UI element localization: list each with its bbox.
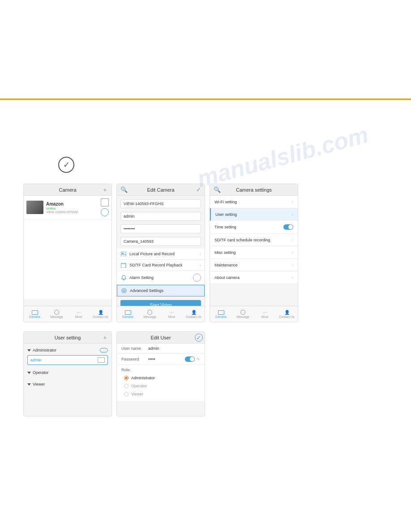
- edit-user-title: Edit User: [150, 335, 171, 340]
- maintenance-item[interactable]: Maintenance ›: [210, 259, 298, 271]
- role-label: Role:: [121, 368, 200, 372]
- edit-user-confirm-icon[interactable]: ✓: [196, 334, 201, 341]
- fullscreen-icon[interactable]: [101, 198, 109, 206]
- role-administrator[interactable]: Administrator: [121, 374, 200, 382]
- add-user-icon[interactable]: ＋: [102, 334, 108, 342]
- nav-more[interactable]: ··· More: [68, 310, 90, 318]
- admin-collapse-icon[interactable]: [27, 349, 31, 352]
- viewer-section: Viewer: [27, 378, 108, 390]
- maintenance-arrow: ›: [292, 262, 293, 267]
- nav2-more[interactable]: ··· More: [161, 310, 183, 318]
- device-id-input[interactable]: [120, 199, 201, 208]
- about-camera-item[interactable]: About camera ›: [210, 271, 298, 284]
- more3-nav-icon: ···: [263, 310, 266, 315]
- camera-action-icons: [101, 198, 109, 216]
- camera-list-item[interactable]: Amazon online VIEW-162664-DPSNM: [24, 196, 111, 219]
- advanced-settings-item[interactable]: Advanced Settings: [117, 285, 205, 296]
- operator-collapse-icon[interactable]: [27, 372, 31, 374]
- edit-camera-header: 🔍 Edit Camera ✓: [117, 184, 205, 196]
- search-icon: 🔍: [120, 186, 128, 193]
- misc-arrow: ›: [292, 250, 293, 255]
- edit-camera-screen: 🔍 Edit Camera ✓ Local Picture and Record…: [116, 184, 205, 322]
- svg-rect-0: [121, 252, 126, 256]
- viewer-collapse-icon[interactable]: [27, 383, 31, 386]
- top-border: [0, 99, 411, 100]
- password-toggle[interactable]: [185, 356, 195, 362]
- admin-user-actions: [98, 357, 105, 363]
- username-input[interactable]: [120, 212, 201, 221]
- nav2-contact[interactable]: 👤 Contact Us: [183, 310, 205, 318]
- admin-user-item[interactable]: admin: [27, 355, 108, 365]
- nav2-camera[interactable]: Camera: [117, 310, 139, 318]
- sdcard-playback-item[interactable]: SD/TF Card Record Playback ›: [117, 260, 205, 271]
- nav3-more-label: More: [261, 315, 269, 318]
- administrator-section: Administrator admin: [27, 345, 108, 367]
- about-camera-label: About camera: [214, 275, 292, 280]
- password-field: Password ••••• ✎: [117, 354, 205, 365]
- nav-message[interactable]: Message: [46, 310, 68, 318]
- admin-user-name: admin: [30, 358, 42, 362]
- svg-point-5: [123, 290, 125, 292]
- time-setting-item[interactable]: Time setting: [210, 221, 298, 234]
- live-view-icon[interactable]: [101, 208, 109, 216]
- nav3-camera[interactable]: Camera: [210, 310, 232, 318]
- add-camera-icon[interactable]: ＋: [102, 186, 108, 194]
- camera-screen: Camera ＋ Amazon online VIEW-162664-DPSNM…: [23, 184, 112, 322]
- edit-user-icon[interactable]: [98, 357, 105, 363]
- admin-section-toggle[interactable]: [100, 348, 108, 352]
- wifi-setting-item[interactable]: Wi-Fi setting ›: [210, 196, 298, 208]
- nav2-message[interactable]: Message: [139, 310, 161, 318]
- camera-name-input[interactable]: [120, 237, 201, 246]
- username-field-value: admin: [148, 346, 200, 351]
- check-area: ✓: [58, 157, 74, 173]
- nav2-message-label: Message: [143, 315, 156, 318]
- nav3-more[interactable]: ··· More: [254, 310, 276, 318]
- user-setting-item[interactable]: User setting ›: [210, 208, 298, 221]
- username-field-label: User name: [121, 346, 148, 351]
- misc-setting-item[interactable]: Misc setting ›: [210, 246, 298, 259]
- nav3-message[interactable]: Message: [232, 310, 254, 318]
- user-setting-header: User setting ＋: [24, 332, 111, 343]
- nav3-contact[interactable]: 👤 Contact Us: [276, 310, 298, 318]
- more-nav-icon: ···: [77, 310, 80, 315]
- camera-settings-screen: 🔍 Camera settings Wi-Fi setting › User s…: [210, 184, 298, 322]
- nav-camera[interactable]: Camera: [24, 310, 46, 318]
- role-viewer[interactable]: Viewer: [121, 390, 200, 398]
- camera-id: VIEW-162664-DPSNM: [46, 210, 101, 214]
- local-picture-record-item[interactable]: Local Picture and Record ›: [117, 249, 205, 260]
- sdcard-schedule-item[interactable]: SD/TF card schedule recording ›: [210, 234, 298, 246]
- operator-label: Operator: [33, 370, 49, 375]
- operator-header: Operator: [27, 369, 108, 377]
- operator-radio[interactable]: [124, 384, 128, 388]
- camera-status: online: [46, 206, 101, 210]
- administrator-header: Administrator: [27, 346, 108, 354]
- username-field: User name admin: [117, 343, 205, 354]
- nav-contact[interactable]: 👤 Contact Us: [90, 310, 111, 318]
- sdcard-schedule-arrow: ›: [292, 237, 293, 242]
- message2-nav-icon: [147, 310, 152, 315]
- time-toggle[interactable]: [283, 224, 293, 230]
- edit-user-screen: Edit User ✓ User name admin Password •••…: [116, 331, 205, 416]
- password-input[interactable]: [120, 224, 201, 233]
- contact-nav-icon: 👤: [98, 310, 103, 315]
- camera2-nav-icon: [125, 310, 131, 315]
- password-edit-icon[interactable]: ✎: [197, 357, 200, 361]
- role-operator[interactable]: Operator: [121, 382, 200, 390]
- nav3-message-label: Message: [236, 315, 249, 318]
- admin-radio[interactable]: [124, 376, 128, 380]
- alarm-setting-item[interactable]: Alarm Setting: [117, 271, 205, 285]
- message3-nav-icon: [240, 310, 245, 315]
- settings-bottom-nav: Camera Message ··· More 👤 Contact Us: [210, 306, 298, 322]
- confirm-icon[interactable]: ✓: [196, 186, 201, 193]
- viewer-radio[interactable]: [124, 392, 128, 396]
- nav-camera-label: Camera: [29, 315, 40, 318]
- alarm-toggle[interactable]: [193, 274, 201, 282]
- sdcard-schedule-label: SD/TF card schedule recording: [214, 238, 292, 242]
- misc-setting-label: Misc setting: [214, 250, 292, 255]
- svg-point-3: [123, 279, 124, 280]
- sdcard-playback-label: SD/TF Card Record Playback: [129, 263, 200, 267]
- user-arrow: ›: [292, 212, 293, 217]
- svg-point-4: [122, 288, 126, 293]
- nav3-camera-label: Camera: [215, 315, 227, 318]
- camera-screen-header: Camera ＋: [24, 184, 111, 196]
